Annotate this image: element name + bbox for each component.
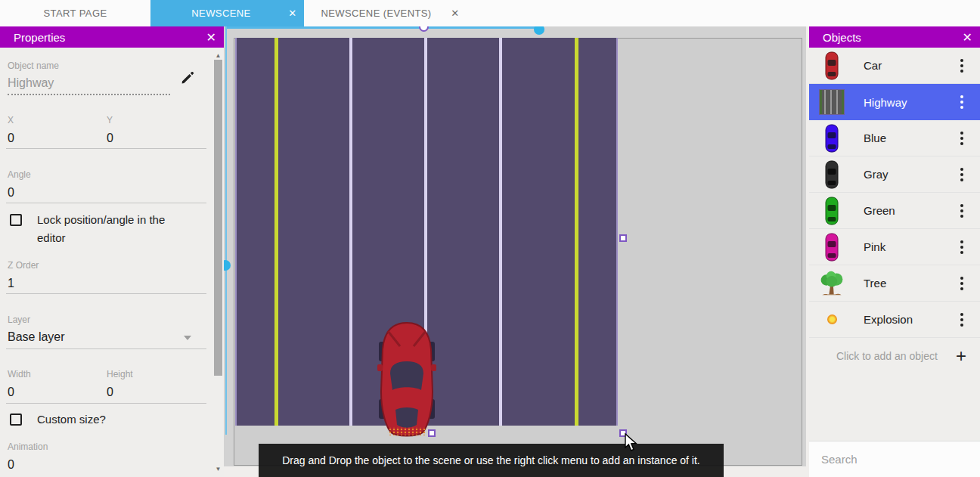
width-field[interactable]: 0	[8, 386, 14, 399]
car-gray-icon	[818, 160, 845, 190]
add-object-label: Click to add an object	[836, 350, 938, 362]
object-row-tree[interactable]: Tree	[809, 265, 980, 302]
tab-start-page[interactable]: START PAGE	[0, 0, 150, 26]
objects-panel: Objects ✕ Car Highway Blue Gray G	[809, 26, 980, 477]
properties-title: Properties	[14, 31, 206, 44]
mouse-cursor	[625, 433, 638, 453]
selection-resize-handle-bottom[interactable]	[428, 429, 436, 437]
object-menu-icon[interactable]	[960, 95, 963, 109]
object-row-highway[interactable]: Highway	[809, 84, 980, 120]
selection-left-edge	[225, 26, 227, 435]
properties-panel: Properties ✕ Object name Highway X Y 0 0…	[0, 26, 224, 477]
tab-newscene[interactable]: NEWSCENE ✕	[150, 0, 304, 26]
object-row-car[interactable]: Car	[809, 48, 980, 84]
highway-thumbnail-icon	[818, 89, 845, 115]
close-icon[interactable]: ✕	[281, 8, 304, 19]
object-name-underline	[8, 94, 170, 95]
field-underline	[6, 293, 206, 294]
selection-handle-dot-left[interactable]	[224, 260, 231, 271]
add-object-row[interactable]: Click to add an object +	[809, 338, 980, 374]
height-field[interactable]: 0	[107, 386, 113, 399]
field-underline	[6, 148, 206, 149]
z-order-field[interactable]: 1	[8, 277, 14, 290]
properties-scrollbar[interactable]: ▲ ▼	[212, 48, 224, 477]
close-icon[interactable]: ✕	[963, 30, 972, 45]
object-menu-icon[interactable]	[960, 240, 963, 254]
chevron-down-icon[interactable]	[184, 336, 191, 340]
yellow-lane-line	[274, 38, 278, 426]
z-order-label: Z Order	[8, 260, 39, 271]
object-row-blue[interactable]: Blue	[809, 120, 980, 156]
y-field[interactable]: 0	[107, 132, 113, 145]
field-underline	[6, 403, 206, 404]
object-menu-icon[interactable]	[960, 168, 963, 181]
animation-field[interactable]: 0	[8, 458, 14, 472]
explosion-icon	[818, 314, 845, 324]
lock-position-checkbox[interactable]	[10, 214, 22, 226]
tab-label: NEWSCENE	[161, 8, 281, 19]
object-row-green[interactable]: Green	[809, 193, 980, 229]
custom-size-checkbox[interactable]	[10, 414, 22, 426]
object-name-field[interactable]: Highway	[8, 76, 54, 90]
angle-label: Angle	[8, 169, 31, 180]
scrollbar-thumb[interactable]	[214, 60, 222, 376]
white-lane-line	[349, 38, 352, 426]
object-row-gray[interactable]: Gray	[809, 156, 980, 193]
road-edge-line	[616, 38, 618, 426]
y-label: Y	[107, 115, 113, 125]
object-label: Green	[864, 204, 895, 217]
width-label: Width	[8, 369, 31, 379]
search-input[interactable]	[821, 453, 972, 466]
object-menu-icon[interactable]	[960, 277, 963, 290]
selection-top-edge	[227, 26, 540, 29]
object-label: Car	[864, 59, 882, 72]
car-pink-icon	[818, 232, 845, 262]
tab-newscene-events[interactable]: NEWSCENE (EVENTS) ✕	[304, 0, 467, 26]
object-menu-icon[interactable]	[960, 313, 963, 327]
angle-field[interactable]: 0	[8, 186, 14, 200]
object-name-label: Object name	[8, 60, 59, 71]
object-label: Gray	[864, 168, 889, 181]
scroll-down-icon[interactable]: ▼	[212, 466, 224, 472]
road-edge-line	[235, 38, 237, 426]
object-label: Tree	[864, 277, 886, 290]
tab-label: NEWSCENE (EVENTS)	[309, 8, 444, 19]
car-green-icon	[818, 196, 845, 226]
car-blue-icon	[818, 123, 845, 153]
object-menu-icon[interactable]	[960, 59, 963, 73]
objects-header: Objects ✕	[809, 26, 980, 48]
tab-bar: START PAGE NEWSCENE ✕ NEWSCENE (EVENTS) …	[0, 0, 980, 26]
scene-editor-canvas[interactable]: Drag and Drop the object to the scene or…	[224, 26, 806, 477]
object-label: Pink	[864, 240, 885, 253]
layer-label: Layer	[8, 314, 30, 325]
object-menu-icon[interactable]	[960, 204, 963, 218]
layer-select[interactable]: Base layer	[8, 330, 65, 344]
white-lane-line	[499, 38, 502, 426]
x-field[interactable]: 0	[8, 132, 14, 145]
car-red-icon	[818, 51, 845, 81]
objects-title: Objects	[823, 31, 963, 44]
tree-icon	[818, 270, 845, 297]
car-instance[interactable]	[377, 319, 436, 438]
object-menu-icon[interactable]	[960, 132, 963, 145]
x-label: X	[8, 115, 14, 125]
object-label: Blue	[864, 132, 886, 144]
selection-rotate-handle[interactable]	[419, 26, 429, 32]
drag-drop-tooltip: Drag and Drop the object to the scene or…	[259, 444, 724, 477]
selection-resize-handle-right[interactable]	[619, 234, 627, 242]
lock-position-label: Lock position/angle in the editor	[37, 211, 181, 247]
scene-canvas-background[interactable]	[224, 26, 806, 466]
selection-handle-dot-top[interactable]	[534, 26, 544, 35]
close-icon[interactable]: ✕	[444, 8, 467, 19]
close-icon[interactable]: ✕	[206, 30, 216, 45]
object-row-explosion[interactable]: Explosion	[809, 302, 980, 338]
edit-pencil-icon[interactable]	[180, 70, 195, 85]
scroll-up-icon[interactable]: ▲	[212, 52, 224, 59]
plus-icon[interactable]: +	[956, 345, 966, 367]
yellow-lane-line	[575, 38, 578, 426]
object-row-pink[interactable]: Pink	[809, 229, 980, 265]
custom-size-label: Custom size?	[37, 410, 106, 429]
height-label: Height	[107, 369, 133, 379]
properties-header: Properties ✕	[0, 26, 224, 48]
field-underline	[6, 348, 206, 349]
